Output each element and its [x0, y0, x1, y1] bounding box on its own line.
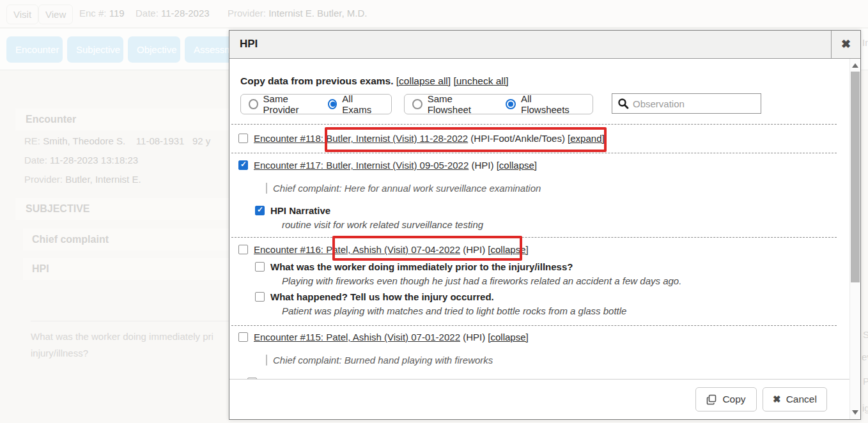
question2-answer: Patient was playing with matches and tri…	[282, 305, 626, 316]
screen: Visit View Enc #: 119 Date: 11-28-2023 P…	[0, 0, 868, 423]
scroll-down-icon[interactable]	[852, 410, 858, 415]
dialog-scrollbar[interactable]	[849, 59, 860, 419]
same-provider-label: Same Provider	[263, 93, 319, 115]
dialog-title: HPI	[240, 38, 258, 50]
encounter-115-link[interactable]: Encounter #115: Patel, Ashish (Visit) 07…	[254, 332, 460, 342]
question1-answer: Playing with fireworks even though he ju…	[282, 275, 681, 286]
divider-dashed	[231, 237, 837, 238]
flowsheet-filter-group: Same Flowsheet All Flowsheets	[404, 94, 593, 114]
question-item: What happened? Tell us how the injury oc…	[255, 291, 494, 302]
dialog-footer: Copy ✖ Cancel	[229, 379, 849, 419]
encounter-115-chief-complaint: Chief complaint: Burned hand playing wit…	[266, 355, 493, 365]
encounter-row-115: Encounter #115: Patel, Ashish (Visit) 07…	[238, 332, 529, 342]
search-icon	[617, 98, 629, 109]
same-provider-radio[interactable]	[249, 99, 258, 109]
hpi-narrative-item: HPI Narrative	[255, 205, 330, 216]
provider-filter-group: Same Provider All Exams	[240, 94, 392, 114]
cancel-button-label: Cancel	[786, 394, 817, 405]
same-flowsheet-label: Same Flowsheet	[428, 93, 497, 115]
all-flowsheets-label: All Flowsheets	[521, 93, 581, 115]
encounter-117-flowsheet: (HPI)	[469, 160, 496, 171]
collapse-all-link[interactable]: [collapse all]	[396, 75, 451, 86]
encounter-row-117: Encounter #117: Butler, Internist (Visit…	[238, 160, 537, 171]
divider-dashed	[231, 153, 837, 153]
hpi-narrative-checkbox[interactable]	[255, 206, 265, 215]
encounter-115-collapse-link[interactable]: [collapse]	[488, 332, 528, 342]
question-item: What was the worker doing immediately pr…	[255, 261, 573, 272]
question2-label: What happened? Tell us how the injury oc…	[270, 291, 494, 302]
close-icon[interactable]: ✖	[831, 31, 860, 58]
encounter-115-checkbox[interactable]	[238, 332, 248, 342]
uncheck-all-link[interactable]: [uncheck all]	[453, 75, 508, 86]
all-exams-radio[interactable]	[328, 99, 337, 109]
cancel-x-icon: ✖	[773, 394, 781, 405]
copy-button-label: Copy	[722, 394, 745, 405]
encounter-116-checkbox[interactable]	[238, 245, 248, 254]
scroll-up-icon[interactable]	[852, 63, 858, 68]
scrollbar-thumb[interactable]	[851, 72, 860, 282]
encounter-117-checkbox[interactable]	[238, 160, 248, 170]
question2-checkbox[interactable]	[255, 292, 265, 302]
divider-dashed	[231, 124, 837, 125]
search-input[interactable]	[633, 98, 741, 109]
observation-search	[612, 93, 761, 114]
same-flowsheet-radio[interactable]	[412, 99, 422, 109]
copy-icon	[706, 394, 717, 405]
intro-text: Copy data from previous exams.	[240, 75, 393, 86]
dialog-body: Copy data from previous exams. [collapse…	[229, 59, 860, 419]
hpi-dialog: HPI ✖ Copy data from previous exams. [co…	[229, 30, 861, 420]
copy-button[interactable]: Copy	[695, 387, 757, 411]
encounter-117-collapse-link[interactable]: [collapse]	[497, 160, 537, 171]
encounter-118-checkbox[interactable]	[238, 134, 248, 143]
all-flowsheets-radio[interactable]	[506, 99, 516, 109]
hpi-narrative-note: routine visit for work related surveilla…	[282, 219, 483, 230]
dialog-header: HPI ✖	[229, 31, 860, 59]
divider-dashed	[231, 325, 837, 326]
hpi-narrative-label: HPI Narrative	[270, 205, 330, 216]
encounter-117-chief-complaint: Chief complaint: Here for annual work su…	[266, 183, 541, 194]
question1-checkbox[interactable]	[255, 262, 265, 272]
encounter-117-link[interactable]: Encounter #117: Butler, Internist (Visit…	[254, 160, 469, 171]
all-exams-label: All Exams	[342, 93, 380, 115]
encounter-115-flowsheet: (HPI)	[460, 332, 488, 342]
copy-intro-line: Copy data from previous exams. [collapse…	[240, 75, 509, 87]
question1-label: What was the worker doing immediately pr…	[270, 261, 573, 272]
annotation-box-encounter-116	[332, 236, 522, 261]
annotation-box-encounter-118	[325, 127, 607, 152]
cancel-button[interactable]: ✖ Cancel	[763, 387, 827, 411]
